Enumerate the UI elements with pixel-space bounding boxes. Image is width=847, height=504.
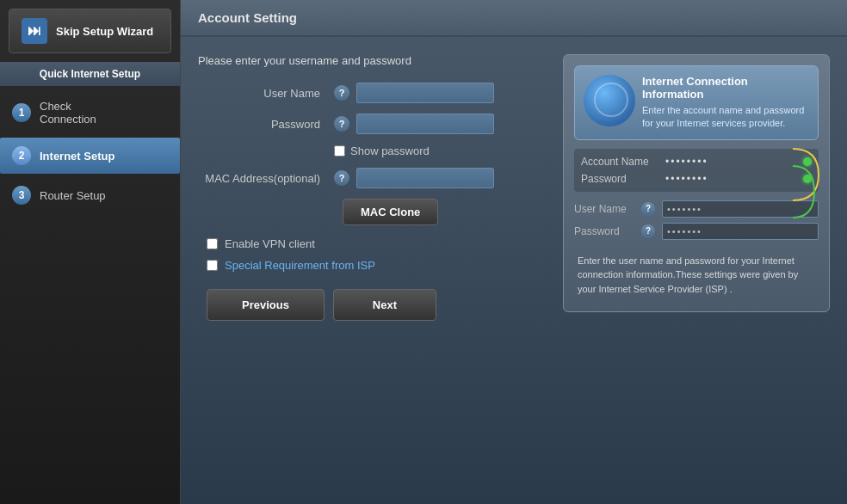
info-card-text: Internet Connection Information Enter th… — [642, 75, 809, 131]
sidebar-item-check-connection[interactable]: 1 Check Connection — [0, 91, 180, 134]
arrow-username-label: User Name — [574, 203, 634, 215]
arrow-password-field: ••••••• — [662, 223, 819, 240]
sidebar: ⏭ Skip Setup Wizard Quick Internet Setup… — [0, 0, 181, 504]
password-help-icon[interactable]: ? — [334, 116, 349, 132]
show-password-checkbox[interactable] — [334, 145, 345, 157]
arrow-username-help[interactable]: ? — [641, 202, 655, 216]
password-field-row: Password •••••••• — [581, 173, 812, 185]
arrow-password-row: Password ? ••••••• — [574, 223, 819, 240]
arrow-username-row: User Name ? ••••••• — [574, 200, 819, 218]
arrow-password-value: ••••••• — [667, 226, 702, 237]
mac-label: MAC Address(optional) — [198, 172, 327, 185]
show-password-label: Show password — [350, 144, 430, 157]
password-field-value: •••••••• — [665, 173, 796, 185]
special-req-row: Special Requirement from ISP — [207, 259, 546, 272]
skip-icon: ⏭ — [22, 18, 47, 44]
nav-num-3: 3 — [12, 186, 31, 205]
arrow-password-label: Password — [574, 225, 634, 237]
skip-setup-wizard-button[interactable]: ⏭ Skip Setup Wizard — [9, 9, 171, 53]
mac-help-icon[interactable]: ? — [334, 170, 349, 186]
info-card-title: Internet Connection Information — [642, 75, 809, 101]
info-card-desc: Enter the account name and password for … — [642, 104, 809, 131]
main-content: Account Setting Please enter your userna… — [181, 0, 847, 504]
mac-clone-button[interactable]: MAC Clone — [343, 199, 438, 225]
next-button[interactable]: Next — [333, 289, 436, 321]
quick-setup-label: Quick Internet Setup — [0, 62, 180, 86]
password-field-label: Password — [581, 173, 658, 185]
internet-info-card: Internet Connection Information Enter th… — [574, 65, 819, 140]
account-field-row: Account Name •••••••• — [581, 156, 812, 168]
nav-label-1: Check Connection — [40, 100, 96, 126]
arrow-username-value: ••••••• — [667, 204, 702, 214]
username-input[interactable] — [356, 83, 494, 103]
nav-num-2: 2 — [12, 146, 31, 165]
password-status-dot — [803, 175, 812, 183]
arrow-diagram: User Name ? ••••••• Password ? ••••••• — [574, 200, 819, 240]
nav-num-1: 1 — [12, 103, 31, 122]
globe-icon — [584, 75, 635, 126]
account-field-label: Account Name — [581, 156, 658, 168]
vpn-row: Enable VPN client — [207, 237, 546, 250]
nav-label-3: Router Setup — [40, 189, 106, 202]
mac-input[interactable] — [356, 168, 494, 188]
password-row: Password ? — [198, 114, 546, 134]
skip-label: Skip Setup Wizard — [56, 25, 153, 38]
special-req-link[interactable]: Special Requirement from ISP — [225, 259, 375, 272]
sidebar-item-internet-setup[interactable]: 2 Internet Setup — [0, 138, 180, 174]
show-password-row: Show password — [334, 144, 546, 157]
mac-row: MAC Address(optional) ? — [198, 168, 546, 188]
arrow-password-help[interactable]: ? — [641, 224, 655, 238]
form-description: Please enter your username and password — [198, 54, 546, 67]
page-body: Please enter your username and password … — [181, 37, 847, 504]
nav-label-2: Internet Setup — [40, 150, 114, 163]
enable-vpn-checkbox[interactable] — [207, 238, 218, 249]
username-label: User Name — [198, 87, 327, 100]
account-field-value: •••••••• — [665, 156, 796, 168]
enable-vpn-label: Enable VPN client — [225, 237, 315, 250]
username-row: User Name ? — [198, 83, 546, 103]
form-section: Please enter your username and password … — [198, 54, 546, 487]
sidebar-item-router-setup[interactable]: 3 Router Setup — [0, 177, 180, 213]
info-fields: Account Name •••••••• Password •••••••• — [574, 149, 819, 192]
info-description: Enter the user name and password for you… — [574, 249, 819, 302]
password-input[interactable] — [356, 114, 494, 134]
password-label: Password — [198, 118, 327, 131]
previous-button[interactable]: Previous — [207, 289, 325, 321]
username-help-icon[interactable]: ? — [334, 85, 349, 101]
page-header: Account Setting — [181, 0, 847, 37]
special-req-checkbox[interactable] — [207, 260, 218, 271]
info-panel: Internet Connection Information Enter th… — [563, 54, 830, 312]
account-status-dot — [803, 157, 812, 166]
page-title: Account Setting — [198, 10, 297, 25]
button-row: Previous Next — [207, 289, 546, 321]
arrow-username-field: ••••••• — [662, 200, 819, 218]
